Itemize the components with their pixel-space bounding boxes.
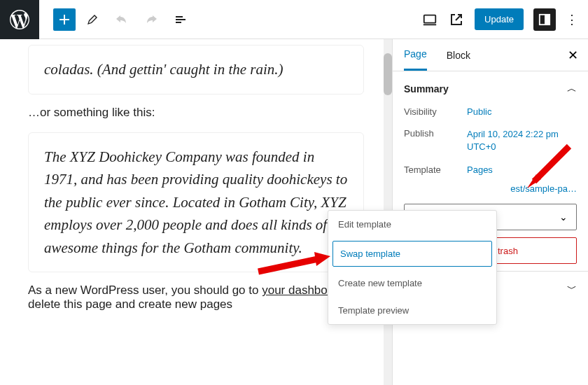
scrollbar-thumb[interactable]	[384, 53, 392, 95]
quote-text: coladas. (And gettin' caught in the rain…	[44, 58, 348, 81]
settings-panel-toggle[interactable]	[533, 8, 556, 31]
more-menu-icon[interactable]: ⋮	[566, 12, 582, 27]
tab-page[interactable]: Page	[404, 39, 427, 71]
panel-title: Summary	[404, 83, 449, 94]
template-value[interactable]: Pages	[467, 164, 493, 175]
tab-block[interactable]: Block	[447, 41, 470, 70]
popover-edit-template[interactable]: Edit template	[328, 211, 496, 238]
toolbar-tools	[84, 11, 189, 28]
wp-logo[interactable]	[0, 0, 39, 39]
main-area: coladas. (And gettin' caught in the rain…	[0, 39, 588, 385]
svg-rect-0	[424, 15, 436, 22]
external-link-icon[interactable]	[448, 11, 465, 28]
template-label: Template	[404, 164, 467, 175]
summary-panel-header[interactable]: Summary ︿	[393, 71, 588, 101]
undo-icon[interactable]	[113, 11, 130, 28]
list-view-icon[interactable]	[172, 11, 189, 28]
update-button[interactable]: Update	[475, 8, 524, 30]
visibility-label: Visibility	[404, 106, 467, 117]
publish-label: Publish	[404, 128, 467, 153]
annotation-arrow	[255, 251, 332, 279]
device-preview-icon[interactable]	[421, 11, 438, 28]
visibility-value[interactable]: Public	[467, 106, 491, 117]
sidebar-tabs: Page Block ✕	[393, 39, 588, 71]
add-block-button[interactable]	[53, 8, 76, 31]
edit-tool-icon[interactable]	[84, 11, 101, 28]
chevron-down-icon: ⌄	[559, 211, 568, 223]
popover-create-template[interactable]: Create new template	[328, 270, 496, 297]
plus-icon	[57, 13, 71, 27]
close-icon[interactable]: ✕	[568, 48, 578, 63]
topbar-right: Update ⋮	[421, 8, 582, 31]
editor-topbar: Update ⋮	[0, 0, 588, 39]
wordpress-icon	[10, 10, 29, 29]
quote-block[interactable]: coladas. (And gettin' caught in the rain…	[28, 45, 364, 94]
template-popover: Edit template Swap template Create new t…	[328, 210, 497, 325]
chevron-up-icon: ︿	[567, 83, 577, 95]
chevron-down-icon: ﹀	[567, 283, 577, 295]
annotation-arrow	[524, 143, 573, 192]
popover-swap-template[interactable]: Swap template	[332, 241, 492, 267]
quote-text: The XYZ Doohickey Company was founded in…	[44, 146, 348, 260]
paragraph-block[interactable]: …or something like this:	[28, 106, 364, 120]
svg-rect-2	[545, 14, 550, 24]
visibility-row: Visibility Public	[393, 101, 588, 122]
paragraph-text: As a new WordPress user, you should go t…	[28, 284, 262, 297]
paragraph-block[interactable]: As a new WordPress user, you should go t…	[28, 284, 364, 312]
popover-template-preview[interactable]: Template preview	[328, 297, 496, 324]
redo-icon[interactable]	[143, 11, 160, 28]
